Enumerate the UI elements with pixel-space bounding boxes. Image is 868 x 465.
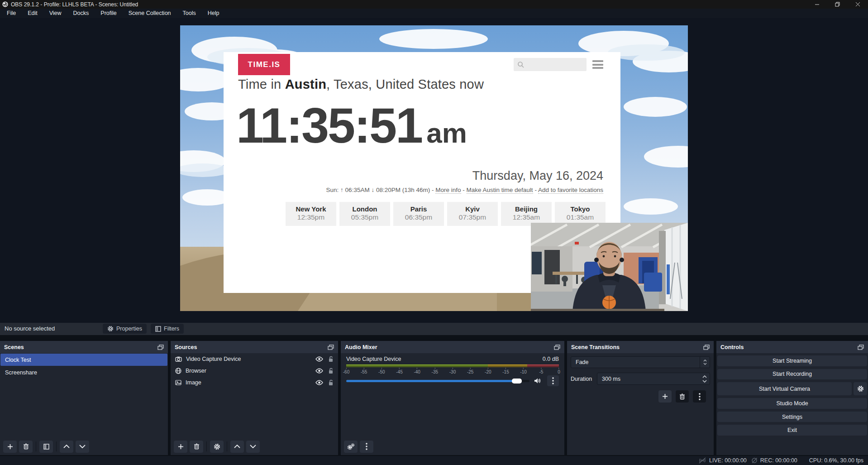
gear-icon — [214, 443, 220, 450]
transition-properties-button[interactable] — [693, 390, 706, 403]
source-item-image[interactable]: Image — [171, 377, 338, 388]
add-transition-button[interactable] — [658, 390, 672, 403]
chevron-down-icon[interactable] — [702, 380, 707, 383]
mixer-options-button[interactable] — [547, 375, 559, 386]
add-scene-button[interactable] — [3, 441, 17, 453]
obs-window: OBS 29.1.2 - Profile: LLHLS BETA - Scene… — [0, 0, 868, 465]
audio-mixer-dock: Audio Mixer Video Capture Device 0.0 dB … — [341, 341, 564, 455]
chevron-down-icon — [79, 445, 86, 448]
eye-icon[interactable] — [315, 356, 323, 362]
scene-item-screenshare[interactable]: Screenshare — [0, 366, 167, 379]
popout-icon[interactable] — [157, 345, 164, 350]
clock-ampm: am — [426, 117, 467, 149]
menu-view[interactable]: View — [43, 9, 67, 18]
move-scene-down-button[interactable] — [76, 441, 89, 453]
unlock-icon[interactable] — [328, 379, 334, 386]
plus-icon — [7, 444, 13, 450]
volume-slider[interactable] — [346, 380, 529, 382]
preview-zone: TIME.IS Time in Austin, Texas, United St… — [0, 18, 868, 323]
popout-icon[interactable] — [858, 345, 864, 350]
status-bar: LIVE: 00:00:00 REC: 00:00:00 CPU: 0.6%, … — [0, 456, 868, 465]
volume-slider-handle[interactable] — [512, 379, 522, 384]
chevron-up-icon[interactable] — [702, 375, 707, 378]
eye-icon[interactable] — [315, 380, 323, 385]
dock-row: Scenes Clock Test Screenshare — [0, 341, 868, 455]
close-button[interactable] — [848, 0, 868, 9]
properties-button[interactable]: Properties — [103, 324, 147, 334]
menu-tools[interactable]: Tools — [177, 9, 202, 18]
eye-icon[interactable] — [315, 368, 323, 374]
start-streaming-button[interactable]: Start Streaming — [717, 355, 867, 366]
remove-scene-button[interactable] — [19, 441, 33, 453]
city-clock: Kyiv07:35pm — [447, 202, 498, 226]
popout-icon[interactable] — [328, 345, 334, 350]
audio-mixer-header: Audio Mixer — [341, 341, 564, 353]
add-source-button[interactable] — [174, 441, 187, 453]
popout-icon[interactable] — [554, 345, 560, 350]
menu-docks[interactable]: Docks — [67, 9, 95, 18]
chevron-up-icon — [703, 360, 707, 362]
camera-icon — [175, 356, 182, 362]
menu-profile[interactable]: Profile — [95, 9, 122, 18]
preview-canvas[interactable]: TIME.IS Time in Austin, Texas, United St… — [180, 25, 688, 311]
virtual-camera-settings-button[interactable] — [854, 382, 867, 395]
add-favorite-link: Add to favorite locations — [538, 187, 603, 194]
start-recording-button[interactable]: Start Recording — [717, 369, 867, 380]
sources-toolbar — [171, 438, 338, 455]
unlock-icon[interactable] — [328, 356, 334, 362]
move-source-down-button[interactable] — [246, 441, 260, 453]
webcam-overlay — [531, 223, 688, 311]
popout-icon[interactable] — [703, 345, 710, 350]
remove-transition-button[interactable] — [676, 390, 689, 403]
trash-icon — [679, 393, 685, 400]
restore-button[interactable] — [827, 0, 848, 9]
timeis-logo: TIME.IS — [238, 54, 290, 75]
move-source-up-button[interactable] — [230, 441, 244, 453]
double-gear-icon — [347, 443, 355, 450]
controls-body: Start Streaming Start Recording Start Vi… — [716, 353, 868, 438]
timeis-sun-line: Sun: ↑ 06:35AM ↓ 08:20PM (13h 46m) - Mor… — [326, 187, 603, 193]
city-clock: London05:35pm — [339, 202, 390, 226]
move-scene-up-button[interactable] — [60, 441, 73, 453]
filters-button[interactable]: Filters — [151, 324, 184, 334]
scenes-dock: Scenes Clock Test Screenshare — [0, 341, 168, 455]
speaker-icon[interactable] — [534, 378, 541, 384]
mixer-menu-button[interactable] — [360, 441, 373, 453]
menu-edit[interactable]: Edit — [22, 9, 43, 18]
studio-mode-button[interactable]: Studio Mode — [717, 398, 867, 409]
start-virtual-camera-button[interactable]: Start Virtual Camera — [717, 382, 852, 395]
settings-button[interactable]: Settings — [717, 412, 867, 422]
source-item-browser[interactable]: Browser — [171, 365, 338, 377]
dots-vertical-icon — [366, 443, 367, 450]
duration-spinbox[interactable]: 300 ms — [597, 373, 710, 385]
select-spinner[interactable] — [700, 357, 710, 368]
remove-source-button[interactable] — [190, 441, 203, 453]
record-inactive-icon — [751, 457, 758, 464]
filter-icon — [43, 444, 49, 450]
source-item-video-capture[interactable]: Video Capture Device — [171, 353, 338, 365]
advanced-audio-button[interactable] — [344, 441, 358, 453]
timeis-search-box — [514, 58, 587, 71]
scene-filters-button[interactable] — [39, 441, 53, 453]
source-properties-button[interactable] — [210, 441, 224, 453]
image-icon — [175, 380, 181, 385]
exit-button[interactable]: Exit — [717, 425, 867, 436]
menu-file[interactable]: File — [1, 9, 22, 18]
rec-status: REC: 00:00:00 — [751, 457, 797, 464]
scene-item-clock-test[interactable]: Clock Test — [0, 354, 167, 366]
unlock-icon[interactable] — [328, 368, 334, 374]
duration-label: Duration — [571, 376, 597, 382]
trash-icon — [194, 443, 200, 450]
menu-help[interactable]: Help — [202, 9, 225, 18]
sources-list: Video Capture Device Browser — [171, 353, 338, 438]
sources-dock: Sources Video Capture Device — [171, 341, 338, 455]
clock-digits: 11:35:51 — [236, 97, 422, 153]
menu-scene-collection[interactable]: Scene Collection — [123, 9, 177, 18]
minimize-button[interactable] — [807, 0, 827, 9]
chevron-down-icon — [703, 363, 707, 365]
chevron-up-icon — [63, 445, 70, 448]
filter-icon — [155, 326, 161, 332]
timeis-clock: 11:35:51am — [236, 96, 467, 154]
transition-select[interactable]: Fade — [571, 356, 710, 368]
menubar: File Edit View Docks Profile Scene Colle… — [0, 9, 868, 18]
